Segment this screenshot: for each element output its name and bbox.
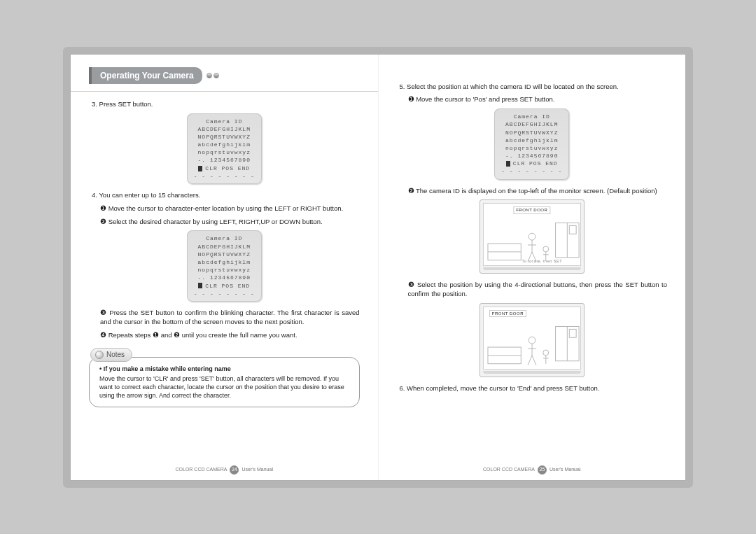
osd-title: Camera ID: [206, 235, 242, 241]
right-page: 5. Select the position at which the came…: [378, 55, 686, 480]
step-4c: ❸ Press the SET button to confirm the bl…: [100, 309, 360, 327]
svg-line-20: [528, 356, 532, 365]
section-header: Operating Your Camera: [89, 67, 360, 84]
page-number-left: 24: [230, 465, 239, 475]
notes-lead: • If you make a mistake while entering n…: [99, 365, 349, 373]
header-divider: [71, 91, 378, 92]
monitor-screen: FRONT DOOR: [483, 203, 581, 266]
osd-row-2: NOPQRSTUVWXYZ: [198, 134, 251, 140]
osd-row-5: -. 1234567890: [505, 153, 558, 159]
osd-row-6: CLR POS END: [205, 165, 250, 171]
cursor-icon: [198, 166, 202, 171]
osd-row-2: NOPQRSTUVWXYZ: [198, 251, 251, 258]
osd-row-1: ABCDEFGHIJKLM: [505, 121, 558, 127]
svg-point-9: [543, 246, 549, 252]
page-number-right: 25: [538, 465, 547, 475]
osd-row-5: -. 1234567890: [198, 157, 251, 163]
footer-right: COLOR CCD CAMERA 25 User's Manual: [379, 465, 686, 475]
monitor-caption: To locate, then SET: [484, 259, 580, 264]
step-4d: ❹ Repeats steps ❶ and ❷ until you create…: [100, 331, 360, 340]
osd-title: Camera ID: [514, 113, 550, 120]
monitor-base: [483, 371, 581, 374]
left-page: Operating Your Camera 3. Press SET butto…: [71, 55, 378, 480]
osd-row-4: nopqrstuvwxyz: [198, 149, 251, 155]
notes-body: Move the cursor to 'CLR' and press 'SET'…: [99, 374, 349, 400]
lightbulb-icon: [95, 351, 104, 359]
osd-row-3: abcdefghijklm: [198, 259, 251, 265]
step-4: 4. You can enter up to 15 characters.: [92, 191, 360, 200]
svg-rect-12: [569, 226, 576, 234]
footer-product: COLOR CCD CAMERA: [483, 466, 535, 472]
front-door-label-top-left: FRONT DOOR: [489, 310, 526, 317]
monitor-frame: FRONT DOOR: [479, 199, 584, 274]
step-4b: ❷ Select the desired character by using …: [100, 218, 360, 227]
step-5: 5. Select the position at which the came…: [400, 83, 668, 92]
osd-row-2: NOPQRSTUVWXYZ: [505, 129, 558, 136]
step-5a: ❶ Move the cursor to 'Pos' and press SET…: [408, 95, 668, 104]
footer-subtitle: User's Manual: [550, 466, 581, 472]
step-4a: ❶ Move the cursor to character-enter loc…: [100, 204, 360, 213]
monitor-base: [483, 267, 581, 270]
footer-subtitle: User's Manual: [241, 466, 273, 472]
page-spread: Operating Your Camera 3. Press SET butto…: [70, 54, 686, 481]
osd-row-4: nopqrstuvwxyz: [505, 145, 558, 151]
osd-title: Camera ID: [206, 118, 242, 125]
monitor-illustration-1: FRONT DOOR: [397, 199, 668, 274]
osd-panel: Camera ID ABCDEFGHIJKLM NOPQRSTUVWXYZ ab…: [187, 113, 262, 185]
cursor-icon: [198, 283, 202, 288]
section-title: Operating Your Camera: [100, 71, 194, 80]
monitor-screen: FRONT DOOR: [483, 307, 581, 370]
room-scene-icon: [486, 318, 581, 370]
osd-panel: Camera ID ABCDEFGHIJKLM NOPQRSTUVWXYZ ab…: [187, 230, 262, 302]
osd-row-6: CLR POS END: [513, 160, 558, 167]
osd-row-3: abcdefghijklm: [505, 137, 558, 143]
osd-display-2: Camera ID ABCDEFGHIJKLM NOPQRSTUVWXYZ ab…: [89, 230, 360, 302]
step-6: 6. When completed, move the cursor to 'E…: [400, 384, 668, 393]
osd-row-1: ABCDEFGHIJKLM: [198, 126, 251, 132]
step-5c: ❸ Select the position by using the 4-dir…: [408, 281, 668, 299]
svg-point-17: [528, 337, 536, 344]
caption-text: To locate, then SET: [522, 259, 563, 264]
arrows-icon: [502, 260, 521, 264]
notes-box: • If you make a mistake while entering n…: [89, 357, 360, 408]
monitor-frame: FRONT DOOR: [479, 303, 584, 377]
svg-point-22: [543, 350, 549, 356]
notes-tab: Notes: [90, 348, 132, 362]
osd-row-5: -. 1234567890: [198, 274, 251, 281]
osd-row-6: CLR POS END: [205, 283, 250, 289]
svg-line-21: [532, 356, 536, 365]
osd-display-3: Camera ID ABCDEFGHIJKLM NOPQRSTUVWXYZ ab…: [397, 108, 668, 180]
svg-rect-25: [569, 329, 576, 337]
osd-panel: Camera ID ABCDEFGHIJKLM NOPQRSTUVWXYZ ab…: [494, 108, 569, 180]
front-door-label: FRONT DOOR: [513, 206, 550, 213]
osd-row-4: nopqrstuvwxyz: [198, 267, 251, 273]
osd-display-1: Camera ID ABCDEFGHIJKLM NOPQRSTUVWXYZ ab…: [89, 113, 360, 185]
cursor-icon: [506, 161, 510, 167]
footer-left: COLOR CCD CAMERA 24 User's Manual: [71, 465, 378, 475]
page-background: Operating Your Camera 3. Press SET butto…: [0, 0, 756, 534]
monitor-illustration-2: FRONT DOOR: [397, 303, 668, 377]
section-tab: Operating Your Camera: [89, 67, 202, 84]
osd-row-1: ABCDEFGHIJKLM: [198, 244, 251, 250]
svg-point-4: [528, 234, 536, 241]
page-frame: Operating Your Camera 3. Press SET butto…: [63, 47, 693, 488]
notes-label: Notes: [106, 350, 125, 360]
footer-product: COLOR CCD CAMERA: [176, 466, 227, 472]
step-3: 3. Press SET button.: [92, 100, 360, 109]
tab-dots-icon: [205, 73, 219, 78]
osd-row-3: abcdefghijklm: [198, 141, 251, 148]
step-5b: ❷ The camera ID is displayed on the top-…: [408, 187, 668, 196]
